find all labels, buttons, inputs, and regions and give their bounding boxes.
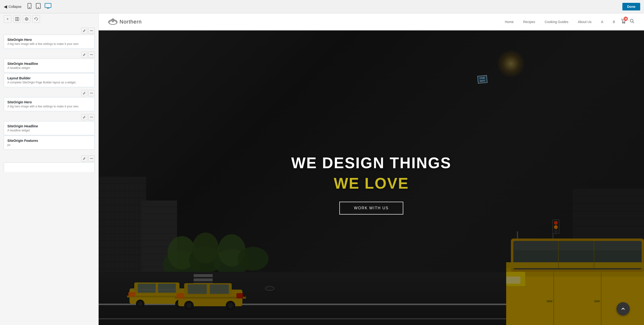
nav-b[interactable]: B [613, 20, 615, 24]
widget-card-layout-builder: Layout Builder A complete SiteOrigin Pag… [4, 73, 94, 87]
nav-recipes[interactable]: Recipes [523, 20, 536, 24]
logo-icon [108, 17, 118, 26]
section-more-button-2[interactable] [88, 52, 94, 58]
preview-area: Northern Home Recipes Cooking Guides Abo… [98, 13, 644, 325]
widget-desc: A headline widget. [7, 129, 91, 132]
widget-desc: A big hero image with a few settings to … [7, 105, 91, 108]
widget-title: SiteOrigin Hero [7, 100, 91, 104]
widget-card-hero-1: SiteOrigin Hero A big hero image with a … [4, 35, 94, 49]
site-header: Northern Home Recipes Cooking Guides Abo… [98, 13, 644, 30]
section-edit-button-5[interactable] [81, 155, 88, 162]
section-header-1 [4, 26, 94, 35]
section-group-3: SiteOrigin Hero A big hero image with a … [4, 88, 94, 111]
svg-point-39 [630, 19, 633, 22]
hero-headline-line2: WE LOVE [291, 174, 452, 192]
section-more-button-4[interactable] [88, 114, 94, 120]
nav-about-us[interactable]: About Us [578, 20, 592, 24]
widget-title: SiteOrigin Hero [7, 38, 91, 42]
svg-point-29 [91, 117, 92, 118]
widget-title: Layout Builder [7, 76, 91, 80]
svg-point-25 [91, 93, 92, 94]
section-edit-button-3[interactable] [81, 90, 88, 96]
undo-button[interactable] [32, 15, 40, 23]
hero-headline-line1: WE DESIGN THINGS [291, 154, 452, 172]
svg-point-3 [38, 7, 38, 8]
widget-card-partial [4, 162, 94, 172]
scroll-up-button[interactable] [616, 302, 630, 316]
search-button[interactable] [630, 19, 634, 25]
svg-point-24 [90, 93, 91, 94]
widget-card-features: SiteOrigin Features px [4, 136, 94, 150]
svg-point-28 [90, 117, 91, 118]
svg-line-27 [84, 116, 85, 116]
section-group-2: SiteOrigin Headline A headline widget. L… [4, 50, 94, 87]
hero-section: ONE WAY [98, 30, 644, 325]
done-button[interactable]: Done [622, 3, 640, 10]
columns-button[interactable] [13, 15, 21, 23]
header-icons: 38 [621, 18, 634, 25]
widget-card-headline-1: SiteOrigin Headline A headline widget. [4, 59, 94, 73]
site-nav: Home Recipes Cooking Guides About Us A B [505, 20, 615, 24]
svg-point-21 [91, 54, 92, 55]
collapse-icon: ◀ [4, 4, 7, 9]
hero-content: WE DESIGN THINGS WE LOVE work with us [291, 154, 452, 214]
nav-cooking-guides[interactable]: Cooking Guides [545, 20, 568, 24]
collapse-button[interactable]: ◀ Collapse [4, 4, 22, 9]
nav-a[interactable]: A [601, 20, 603, 24]
svg-point-1 [29, 7, 30, 8]
add-widget-button[interactable]: + [4, 15, 12, 23]
section-edit-button-1[interactable] [81, 28, 88, 34]
sidebar: + [0, 13, 98, 325]
logo-text: Northern [120, 19, 142, 25]
svg-point-16 [90, 30, 91, 31]
collapse-label: Collapse [8, 5, 22, 8]
widget-card-hero-2: SiteOrigin Hero A big hero image with a … [4, 97, 94, 111]
svg-line-15 [84, 30, 85, 30]
section-group-1: SiteOrigin Hero A big hero image with a … [4, 26, 94, 49]
device-icons [26, 2, 52, 11]
main-layout: + [0, 13, 644, 325]
section-header-4 [4, 112, 94, 121]
svg-point-10 [26, 18, 27, 20]
svg-rect-4 [45, 3, 51, 8]
svg-rect-7 [16, 17, 17, 21]
svg-point-37 [622, 22, 623, 23]
svg-point-18 [92, 30, 93, 31]
widget-desc: px [7, 143, 91, 146]
desktop-device-button[interactable] [44, 2, 52, 11]
svg-point-17 [91, 30, 92, 31]
top-toolbar: ◀ Collapse Done [0, 0, 644, 13]
svg-line-23 [84, 92, 85, 92]
widget-desc: A big hero image with a few settings to … [7, 42, 91, 46]
section-header-3 [4, 88, 94, 97]
nav-home[interactable]: Home [505, 20, 514, 24]
widget-title: SiteOrigin Headline [7, 62, 91, 66]
section-edit-button-2[interactable] [81, 52, 88, 58]
cart-icon-wrap: 38 [621, 18, 626, 25]
svg-point-32 [90, 158, 91, 159]
site-logo: Northern [108, 17, 142, 26]
cart-badge: 38 [624, 17, 628, 21]
hero-cta-button[interactable]: work with us [339, 202, 404, 214]
section-header-5 [4, 154, 94, 162]
section-more-button-1[interactable] [88, 28, 94, 34]
widget-toolbar: + [4, 13, 94, 26]
svg-point-34 [92, 158, 93, 159]
section-more-button-5[interactable] [88, 155, 94, 162]
section-edit-button-4[interactable] [81, 114, 88, 120]
prebuilt-button[interactable] [23, 15, 30, 23]
widget-card-headline-2: SiteOrigin Headline A headline widget. [4, 121, 94, 135]
widget-title: SiteOrigin Features [7, 139, 91, 142]
widget-desc: A headline widget. [7, 66, 91, 70]
section-more-button-3[interactable] [88, 90, 94, 96]
svg-line-40 [633, 22, 634, 23]
section-group-4: SiteOrigin Headline A headline widget. S… [4, 112, 94, 172]
svg-point-38 [624, 22, 625, 23]
widget-desc: A complete SiteOrigin Page Builder layou… [7, 81, 91, 84]
svg-line-31 [84, 157, 85, 158]
svg-point-33 [91, 158, 92, 159]
widget-title: SiteOrigin Headline [7, 124, 91, 128]
svg-point-30 [92, 117, 93, 118]
tablet-device-button[interactable] [35, 2, 42, 11]
mobile-device-button[interactable] [26, 2, 33, 11]
